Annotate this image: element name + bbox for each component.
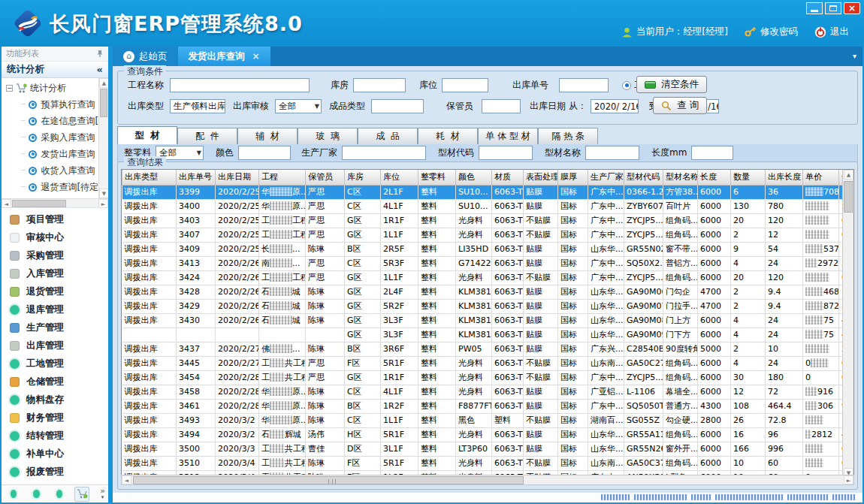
material-tab[interactable]: 辅 材 bbox=[237, 128, 298, 144]
scrollbar-thumb[interactable] bbox=[133, 476, 524, 484]
sidebar-menu-item[interactable]: 入库管理 bbox=[2, 264, 108, 282]
column-header[interactable]: 工程 bbox=[259, 170, 306, 185]
outbound-type-select[interactable]: 生产领料出库▼ bbox=[170, 99, 225, 113]
scrollbar-thumb[interactable] bbox=[844, 181, 853, 213]
table-row[interactable]: 调拨出库35002020/3/3工共工程曹佳D区3L1F整料LT3P606063… bbox=[122, 442, 855, 456]
sidebar-group-header[interactable]: 统计分析 « bbox=[2, 62, 108, 78]
tab-list-dropdown-icon[interactable]: ▾ bbox=[853, 52, 856, 60]
pin-icon[interactable] bbox=[96, 50, 104, 58]
sidebar-menu-item[interactable]: 审核中心 bbox=[2, 228, 108, 246]
manufacturer-input[interactable] bbox=[342, 146, 426, 160]
table-row[interactable]: 调拨出库34932020/3/2华原...陈琳C区1L1F整料黑色塑料不贴膜国标… bbox=[122, 413, 855, 427]
table-row[interactable]: 调拨出库34292020/2/26石城陈琳G区5R2F整料KLM38176063… bbox=[122, 299, 855, 313]
product-type-input[interactable] bbox=[371, 99, 424, 113]
column-header[interactable]: 长度 bbox=[698, 170, 731, 185]
table-row[interactable]: 调拨出库34612020/2/28华原...陈琳B区1R2F整料F8877FT6… bbox=[122, 399, 855, 413]
cart-button[interactable] bbox=[74, 487, 89, 502]
tree-item[interactable]: ┄在途信息查询[待 bbox=[6, 113, 108, 129]
column-header[interactable]: 出库日期 bbox=[216, 170, 259, 185]
tree-item[interactable]: ┄退货查询[待定] bbox=[6, 179, 108, 195]
scroll-right-icon[interactable]: ► bbox=[98, 199, 108, 208]
sidebar-menu-item[interactable]: 退货管理 bbox=[2, 282, 108, 300]
sidebar-menu-item[interactable]: 出库管理 bbox=[2, 337, 108, 355]
profile-name-input[interactable] bbox=[585, 146, 639, 160]
radio-gongzhuang[interactable] bbox=[622, 81, 631, 90]
tree-item[interactable]: ┄预算执行查询 bbox=[6, 96, 108, 113]
scroll-up-icon[interactable]: ▲ bbox=[844, 170, 853, 180]
table-row[interactable]: 调拨出库33992020/2/25华原...严思C区2L1F整料SU10...6… bbox=[122, 185, 855, 199]
column-header[interactable]: 表面处理 bbox=[524, 170, 558, 185]
sidebar-menu-item[interactable]: 采购管理 bbox=[2, 246, 108, 264]
green-dot-icon[interactable] bbox=[56, 490, 62, 498]
table-row[interactable]: 调拨出库34002020/2/25华原...严思C区4L1F整料SU10...6… bbox=[122, 199, 855, 213]
green-dot-icon[interactable] bbox=[11, 490, 17, 498]
column-header[interactable]: 库位 bbox=[381, 170, 418, 185]
length-input[interactable] bbox=[691, 146, 733, 160]
column-header[interactable]: 材质 bbox=[492, 170, 524, 185]
column-header[interactable]: 型材代码 bbox=[624, 170, 663, 185]
tab-home[interactable]: ⌂ 起始页 bbox=[113, 47, 178, 66]
location-input[interactable] bbox=[442, 78, 488, 92]
table-row[interactable]: 调拨出库34542020/2/28工共工程严思G区1R1F整料光身料6063-T… bbox=[122, 370, 855, 385]
color-input[interactable] bbox=[238, 146, 291, 160]
material-tab[interactable]: 隔 热 条 bbox=[538, 128, 598, 144]
column-header[interactable]: 生产厂家 bbox=[588, 170, 624, 185]
minimize-button[interactable] bbox=[806, 2, 823, 14]
audit-select[interactable]: 全部▼ bbox=[275, 99, 322, 113]
table-row[interactable]: 调拨出库34282020/2/26石城陈琳G区2L4F整料KLM38176063… bbox=[122, 285, 855, 299]
material-tab[interactable]: 型 材 bbox=[117, 126, 177, 144]
warehouse-input[interactable] bbox=[353, 78, 406, 92]
scroll-left-icon[interactable]: ◄ bbox=[2, 199, 11, 208]
table-row[interactable]: 调拨出库34302020/2/26石城陈琳G区3L3F整料KLM38176063… bbox=[122, 313, 855, 327]
table-row[interactable]: 调拨出库34032020/2/25工工程严思G区1R1F整料光身料6063-T5… bbox=[122, 213, 855, 228]
sidebar-menu-item[interactable]: 退库管理 bbox=[2, 300, 108, 318]
tree-expander-icon[interactable]: − bbox=[6, 85, 13, 92]
sidebar-menu-item[interactable]: 项目管理 bbox=[2, 210, 108, 228]
clear-conditions-button[interactable]: 清空条件 bbox=[636, 76, 707, 93]
table-row[interactable]: G区3L3F整料KLM38176063-T5贴膜国标山东华...GA90M09.… bbox=[122, 327, 855, 342]
column-header[interactable]: 整零料 bbox=[418, 170, 456, 185]
project-name-input[interactable] bbox=[170, 78, 310, 92]
sidebar-menu-item[interactable]: 物料盘存 bbox=[2, 391, 108, 409]
tree-vertical-scrollbar[interactable]: ▲ ▼ bbox=[98, 78, 108, 198]
tree-item[interactable]: ┄发货出库查询 bbox=[6, 146, 108, 162]
order-no-input[interactable] bbox=[559, 78, 609, 92]
scroll-up-icon[interactable]: ▲ bbox=[99, 78, 108, 88]
sidebar-menu-item[interactable]: 补单中心 bbox=[2, 445, 108, 463]
sidebar-menu-item[interactable]: 报废管理 bbox=[2, 463, 108, 481]
profile-code-input[interactable] bbox=[479, 146, 533, 160]
table-row[interactable]: 调拨出库34092020/2/25长...陈琳B区2R5F整料LI35HD606… bbox=[122, 242, 855, 256]
tab-shipping-outbound-query[interactable]: 发货出库查询 × bbox=[178, 47, 270, 66]
scroll-left-icon[interactable]: ◄ bbox=[122, 475, 131, 484]
scroll-right-icon[interactable]: ► bbox=[844, 475, 853, 484]
tree-item[interactable]: ┄采购入库查询 bbox=[6, 129, 108, 146]
table-row[interactable]: 调拨出库34372020/2/27佛...陈琳B区3R6F整料PW056063-… bbox=[122, 342, 855, 356]
table-row[interactable]: 调拨出库34132020/2/26南...严思C区5R3F整料G71422606… bbox=[122, 256, 855, 270]
table-horizontal-scrollbar[interactable]: ◄ ► bbox=[121, 475, 854, 485]
collapse-icon[interactable]: « bbox=[97, 64, 103, 75]
table-row[interactable]: 调拨出库34072020/2/25工工程严思G区1L1F整料光身料6063-T5… bbox=[122, 228, 855, 242]
column-header[interactable]: 出库类型 bbox=[122, 170, 177, 185]
column-header[interactable]: 颜色 bbox=[456, 170, 492, 185]
sidebar-menu-item[interactable]: 仓储管理 bbox=[2, 373, 108, 391]
sidebar-menu-item[interactable]: 生产管理 bbox=[2, 318, 108, 337]
close-button[interactable]: × bbox=[844, 2, 860, 14]
search-button[interactable]: 查 询 bbox=[653, 97, 707, 114]
material-tab[interactable]: 耗 材 bbox=[418, 128, 478, 144]
column-header[interactable]: 膜厚 bbox=[558, 170, 588, 185]
table-row[interactable]: 调拨出库35102020/3/4工共工程陈琳F区5R1F整料光身料6063-T5… bbox=[122, 456, 855, 470]
scrollbar-thumb[interactable] bbox=[12, 200, 66, 207]
scrollbar-thumb[interactable] bbox=[100, 89, 107, 117]
tree-item[interactable]: ┄收货入库查询 bbox=[6, 162, 108, 179]
material-tab[interactable]: 配 件 bbox=[177, 128, 237, 144]
sidebar-menu-item[interactable]: 结转管理 bbox=[2, 427, 108, 445]
scroll-down-icon[interactable]: ▼ bbox=[99, 189, 108, 198]
keeper-input[interactable] bbox=[482, 99, 521, 113]
column-header[interactable]: 出库长度 bbox=[766, 170, 803, 185]
maximize-button[interactable] bbox=[825, 2, 841, 14]
column-header[interactable]: 出库单号 bbox=[177, 170, 216, 185]
table-row[interactable]: 调拨出库34942020/3/2石辉城汤伟H区5R1F整料光身料6063-T5贴… bbox=[122, 427, 855, 442]
green-dot-icon[interactable] bbox=[33, 490, 39, 498]
material-tab[interactable]: 成 品 bbox=[358, 128, 418, 144]
sidebar-menu-item[interactable]: 财务管理 bbox=[2, 409, 108, 427]
